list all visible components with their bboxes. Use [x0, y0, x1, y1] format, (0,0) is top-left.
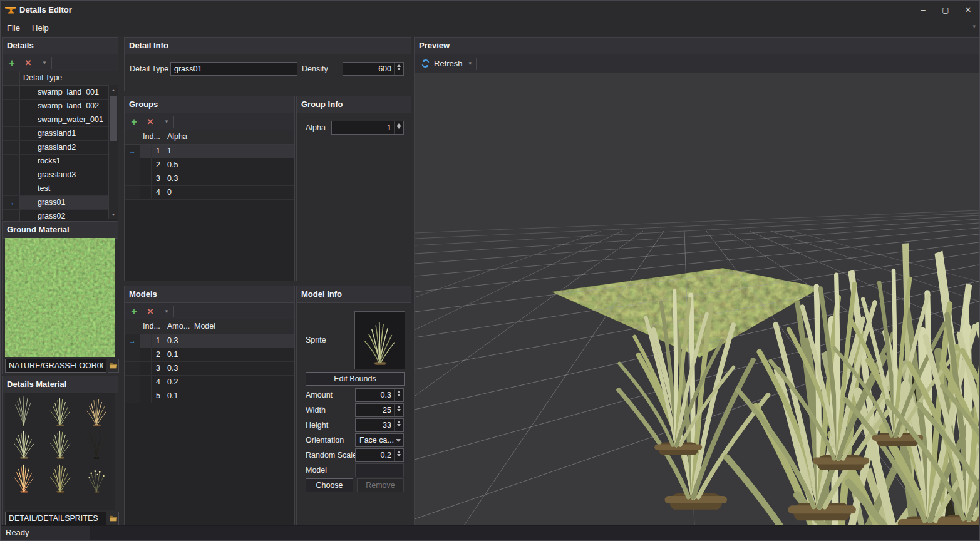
sprite-thumbnail: [354, 311, 405, 369]
detail-type-input[interactable]: [170, 62, 297, 76]
random-scale-spinner[interactable]: 0.2: [355, 448, 404, 462]
models-toolbar-dropdown-icon[interactable]: ▾: [160, 305, 173, 318]
model-row[interactable]: 20.1: [125, 348, 294, 362]
refresh-button[interactable]: Refresh ▾: [417, 56, 475, 71]
preview-panel-title: Preview: [415, 38, 979, 54]
detail-row[interactable]: rocks1: [3, 155, 118, 168]
spinner-buttons[interactable]: [394, 121, 403, 134]
orientation-dropdown[interactable]: Face ca...: [355, 433, 404, 447]
density-spinner[interactable]: 600: [343, 62, 404, 76]
random-scale-label: Random Scale: [306, 448, 357, 462]
toolbar-separator: [476, 58, 477, 70]
menu-overflow-icon[interactable]: ▾: [972, 23, 976, 29]
model-info-panel: Model Info Sprite Edit Bounds Amount 0.3…: [296, 286, 411, 525]
group-row[interactable]: 20.5: [125, 158, 294, 172]
model-row-selected[interactable]: →10.3: [125, 334, 294, 348]
alpha-spinner[interactable]: 1: [331, 121, 404, 135]
ground-material-path-input[interactable]: [5, 359, 106, 373]
detail-row[interactable]: swamp_land_002: [3, 100, 118, 113]
spin-down-icon[interactable]: [397, 126, 401, 129]
detail-row[interactable]: grassland3: [3, 168, 118, 182]
spin-up-icon[interactable]: [397, 406, 401, 408]
detail-row[interactable]: grassland2: [3, 141, 118, 155]
menu-help[interactable]: Help: [27, 19, 54, 36]
add-group-button[interactable]: +: [127, 115, 141, 128]
spin-up-icon[interactable]: [397, 391, 401, 393]
chevron-down-icon: [396, 439, 401, 442]
spin-up-icon[interactable]: [397, 64, 401, 67]
detail-row-selected[interactable]: →grass01: [3, 196, 118, 210]
models-col-index[interactable]: Ind...: [140, 319, 163, 334]
window-title: Details Editor: [19, 1, 72, 19]
scroll-up-icon[interactable]: ▲: [109, 85, 118, 95]
details-material-image: [5, 393, 115, 510]
width-label: Width: [306, 403, 326, 417]
details-material-browse-button[interactable]: [108, 512, 119, 525]
spin-up-icon[interactable]: [397, 123, 401, 126]
detail-row[interactable]: swamp_land_001: [3, 86, 118, 100]
menu-file[interactable]: File: [2, 19, 25, 36]
group-row-selected[interactable]: →11: [125, 145, 294, 158]
add-model-button[interactable]: +: [127, 305, 141, 318]
spin-down-icon[interactable]: [397, 394, 401, 396]
models-col-model[interactable]: Model: [190, 319, 294, 334]
model-row[interactable]: 50.1: [125, 389, 294, 403]
delete-detail-button[interactable]: ✕: [21, 56, 35, 70]
height-spinner[interactable]: 33: [355, 418, 404, 432]
models-toolbar: + ✕ ▾: [125, 303, 294, 321]
group-row[interactable]: 30.3: [125, 172, 294, 186]
close-button[interactable]: ✕: [957, 1, 979, 19]
model-row[interactable]: 30.3: [125, 362, 294, 376]
spinner-buttons[interactable]: [394, 63, 403, 75]
spin-down-icon[interactable]: [397, 454, 401, 456]
spin-up-icon[interactable]: [397, 421, 401, 423]
groups-toolbar-dropdown-icon[interactable]: ▾: [160, 115, 173, 128]
details-panel-title: Details: [3, 38, 118, 54]
scroll-down-icon[interactable]: ▼: [109, 210, 118, 219]
add-detail-button[interactable]: +: [5, 56, 19, 70]
amount-value: 0.3: [381, 389, 391, 401]
groups-toolbar: + ✕ ▾: [125, 113, 294, 131]
scrollbar-thumb[interactable]: [110, 96, 117, 141]
refresh-dropdown-icon[interactable]: ▾: [469, 60, 472, 66]
density-value: 600: [378, 63, 391, 75]
details-column-header[interactable]: Detail Type: [20, 71, 118, 85]
detail-row[interactable]: test: [3, 182, 118, 196]
detail-row[interactable]: swamp_water_001: [3, 113, 118, 127]
minimize-button[interactable]: –: [912, 1, 934, 19]
choose-button[interactable]: Choose: [306, 478, 353, 492]
groups-col-index[interactable]: Ind...: [140, 130, 163, 144]
details-material-path-input[interactable]: [5, 512, 106, 525]
models-col-amount[interactable]: Amo...: [163, 319, 190, 334]
delete-group-button[interactable]: ✕: [143, 115, 157, 128]
detail-row[interactable]: grassland1: [3, 127, 118, 141]
preview-toolbar: Refresh ▾: [415, 54, 979, 73]
model-info-title: Model Info: [297, 286, 411, 303]
delete-model-button[interactable]: ✕: [143, 305, 157, 318]
detail-info-panel: Detail Info Detail Type Density 600: [124, 37, 411, 91]
details-toolbar-dropdown-icon[interactable]: ▾: [38, 56, 51, 70]
refresh-icon: [421, 59, 430, 68]
spin-down-icon[interactable]: [397, 424, 401, 426]
group-row[interactable]: 40: [125, 186, 294, 200]
amount-label: Amount: [306, 388, 333, 402]
spin-down-icon[interactable]: [397, 409, 401, 411]
spin-down-icon[interactable]: [397, 68, 401, 70]
preview-viewport[interactable]: [415, 73, 979, 527]
amount-spinner[interactable]: 0.3: [355, 388, 404, 402]
refresh-label: Refresh: [434, 59, 463, 68]
width-spinner[interactable]: 25: [355, 403, 404, 417]
orientation-label: Orientation: [306, 433, 344, 447]
edit-bounds-button[interactable]: Edit Bounds: [306, 372, 405, 386]
details-scrollbar[interactable]: ▲ ▼: [108, 85, 118, 219]
spin-up-icon[interactable]: [397, 451, 401, 453]
height-label: Height: [306, 418, 328, 432]
models-panel: Models + ✕ ▾ Ind... Amo... Model →10.3 2…: [124, 286, 295, 525]
ground-material-browse-button[interactable]: [108, 359, 119, 373]
model-input: [355, 463, 404, 477]
width-value: 25: [383, 404, 391, 416]
current-row-arrow-icon: →: [125, 145, 140, 158]
model-row[interactable]: 40.2: [125, 376, 294, 389]
maximize-button[interactable]: ▢: [934, 1, 957, 19]
groups-col-alpha[interactable]: Alpha: [163, 130, 294, 144]
